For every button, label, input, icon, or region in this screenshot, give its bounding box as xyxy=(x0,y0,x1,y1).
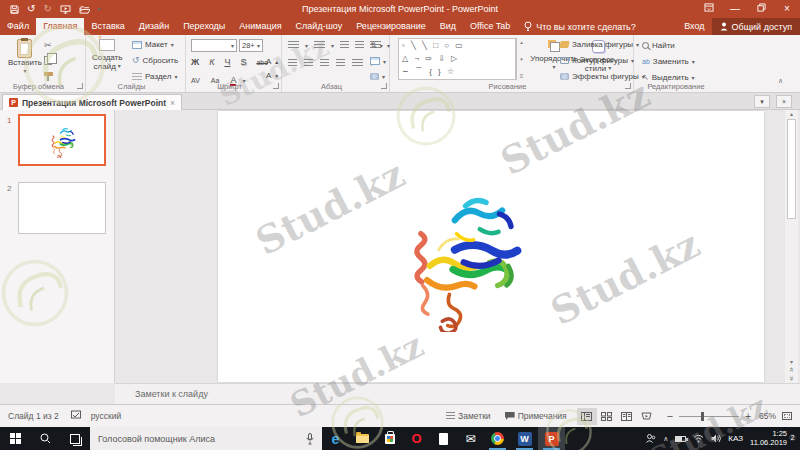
section-button[interactable]: Раздел▾ xyxy=(132,72,177,81)
slide-sorter-view-button[interactable] xyxy=(597,408,617,425)
select-button[interactable]: ↖Выделить▾ xyxy=(642,73,695,82)
spellcheck-icon[interactable] xyxy=(71,410,81,422)
gallery-more-icon[interactable]: ≡ xyxy=(520,73,524,79)
cut-button[interactable]: ✂ xyxy=(44,41,52,50)
italic-button[interactable]: К xyxy=(209,57,214,67)
document-tab-close-icon[interactable]: × xyxy=(170,98,175,108)
shape-outline-button[interactable]: Контур фигуры▾ xyxy=(560,56,634,65)
slide-thumbnail-2[interactable] xyxy=(18,182,106,234)
reading-view-button[interactable] xyxy=(617,408,637,425)
text-shadow-button[interactable]: S xyxy=(240,57,246,67)
shape-gallery[interactable]: ▫ ╲ ╲ □ ○ ▭ △ ¬ ⇨ ⇩ ▷ ∼ ⌒ { } ☆ xyxy=(398,38,516,80)
tab-view[interactable]: Вид xyxy=(433,18,463,35)
language-switcher[interactable]: КАЗ xyxy=(728,434,743,443)
tab-design[interactable]: Дизайн xyxy=(132,18,176,35)
zoom-slider-thumb[interactable] xyxy=(701,412,704,421)
comments-toggle[interactable]: Примечания xyxy=(505,411,567,421)
alice-search-box[interactable]: Голосовой помощник Алиса xyxy=(90,427,322,450)
microphone-icon[interactable] xyxy=(306,433,314,445)
people-icon[interactable] xyxy=(646,434,656,443)
protein-structure-image[interactable] xyxy=(403,177,528,335)
task-view-button[interactable] xyxy=(60,427,90,450)
tab-bar-close-button[interactable]: × xyxy=(776,95,792,108)
language-indicator[interactable]: русский xyxy=(91,411,122,421)
start-slideshow-icon[interactable] xyxy=(60,5,71,14)
smartart-button[interactable]: ▾ xyxy=(370,73,385,80)
slide-canvas[interactable] xyxy=(218,111,764,382)
start-button[interactable] xyxy=(0,427,30,450)
taskbar-search-button[interactable] xyxy=(30,427,60,450)
decrease-indent-icon[interactable] xyxy=(340,41,349,49)
undo-icon[interactable]: ↺ xyxy=(27,0,35,18)
zoom-slider[interactable] xyxy=(679,416,739,417)
numbering-icon[interactable] xyxy=(314,41,325,49)
shape-row[interactable]: △ ¬ ⇨ ⇩ ▷ xyxy=(402,52,512,65)
vertical-scrollbar[interactable]: ▴ ▾ « » xyxy=(785,110,798,383)
taskbar-store-icon[interactable] xyxy=(376,427,403,450)
network-icon[interactable] xyxy=(693,434,704,443)
shrink-font-button[interactable]: A▼ xyxy=(266,71,279,80)
align-text-button[interactable]: ▾ xyxy=(370,57,386,65)
taskbar-notepad-icon[interactable] xyxy=(430,427,457,450)
tab-animations[interactable]: Анимация xyxy=(232,18,288,35)
scrollbar-down-icon[interactable]: ▾ xyxy=(790,358,793,365)
shape-gallery-scrollbar[interactable]: ▴ ▾ ≡ xyxy=(516,38,526,80)
shape-fill-button[interactable]: Заливка фигуры▾ xyxy=(560,40,639,49)
taskbar-chrome-icon[interactable] xyxy=(484,427,511,450)
taskbar-edge-icon[interactable]: e xyxy=(322,427,349,450)
align-left-icon[interactable] xyxy=(288,59,297,67)
tab-insert[interactable]: Вставка xyxy=(84,18,131,35)
columns-icon[interactable] xyxy=(352,59,363,67)
scroll-down-icon[interactable]: ▾ xyxy=(520,56,523,62)
justify-icon[interactable] xyxy=(336,59,345,67)
taskbar-clock[interactable]: 1:25 11.06.2019 xyxy=(750,430,787,447)
tab-home[interactable]: Главная xyxy=(36,18,84,35)
shape-effects-button[interactable]: Эффекты фигуры▾ xyxy=(560,72,645,81)
tab-list-dropdown-button[interactable]: ▾ xyxy=(754,95,770,108)
taskbar-opera-icon[interactable]: O xyxy=(403,427,430,450)
slideshow-view-button[interactable] xyxy=(637,408,657,425)
next-slide-button[interactable]: » xyxy=(787,376,796,380)
open-folder-icon[interactable] xyxy=(79,5,90,14)
taskbar-powerpoint-icon[interactable]: P xyxy=(538,427,565,450)
replace-button[interactable]: abЗаменить▾ xyxy=(642,57,695,66)
taskbar-word-icon[interactable]: W xyxy=(511,427,538,450)
increase-indent-icon[interactable] xyxy=(355,41,364,49)
copy-button[interactable] xyxy=(44,56,52,65)
previous-slide-button[interactable]: « xyxy=(787,367,796,371)
zoom-out-button[interactable]: − xyxy=(667,410,673,422)
format-painter-button[interactable] xyxy=(44,72,53,76)
reset-button[interactable]: ↺Сбросить xyxy=(132,56,178,65)
document-tab[interactable]: P Презентация Microsoft PowerPoint × xyxy=(2,94,182,110)
tab-office-tab[interactable]: Office Tab xyxy=(463,18,517,35)
ribbon-display-options-icon[interactable] xyxy=(696,0,722,18)
align-right-icon[interactable] xyxy=(320,59,329,67)
scroll-up-icon[interactable]: ▴ xyxy=(520,39,523,45)
taskbar-mail-icon[interactable]: ✉ xyxy=(457,427,484,450)
taskbar-explorer-icon[interactable] xyxy=(349,427,376,450)
restore-button[interactable] xyxy=(748,0,774,18)
hidden-icons-chevron[interactable]: ∧ xyxy=(663,435,668,443)
scrollbar-up-icon[interactable]: ▴ xyxy=(790,110,793,117)
redo-icon[interactable]: ↻ xyxy=(43,0,51,18)
slide-thumbnail-1[interactable] xyxy=(18,114,106,166)
tab-transitions[interactable]: Переходы xyxy=(176,18,232,35)
fit-slide-to-window-button[interactable] xyxy=(782,412,792,420)
sign-in-button[interactable]: Вход xyxy=(677,18,711,35)
close-button[interactable]: × xyxy=(774,0,800,18)
shape-row[interactable]: ▫ ╲ ╲ □ ○ ▭ xyxy=(402,39,512,52)
save-icon[interactable] xyxy=(10,5,19,14)
bold-button[interactable]: Ж xyxy=(191,57,199,67)
notes-pane[interactable]: Заметки к слайду xyxy=(115,383,800,404)
text-direction-button[interactable]: ⇅▾ xyxy=(370,41,383,50)
underline-button[interactable]: Ч xyxy=(224,57,230,67)
battery-icon[interactable] xyxy=(675,436,686,442)
collapse-ribbon-button[interactable]: ∧ xyxy=(778,77,783,85)
font-dialog-launcher[interactable] xyxy=(273,83,279,89)
paste-button[interactable]: Вставить ▾ xyxy=(8,39,42,76)
shape-row[interactable]: ∼ ⌒ { } ☆ xyxy=(402,65,512,78)
find-button[interactable]: Найти xyxy=(642,41,675,50)
tab-file[interactable]: Файл xyxy=(0,18,36,35)
tab-review[interactable]: Рецензирование xyxy=(349,18,433,35)
tab-slideshow[interactable]: Слайд-шоу xyxy=(289,18,350,35)
